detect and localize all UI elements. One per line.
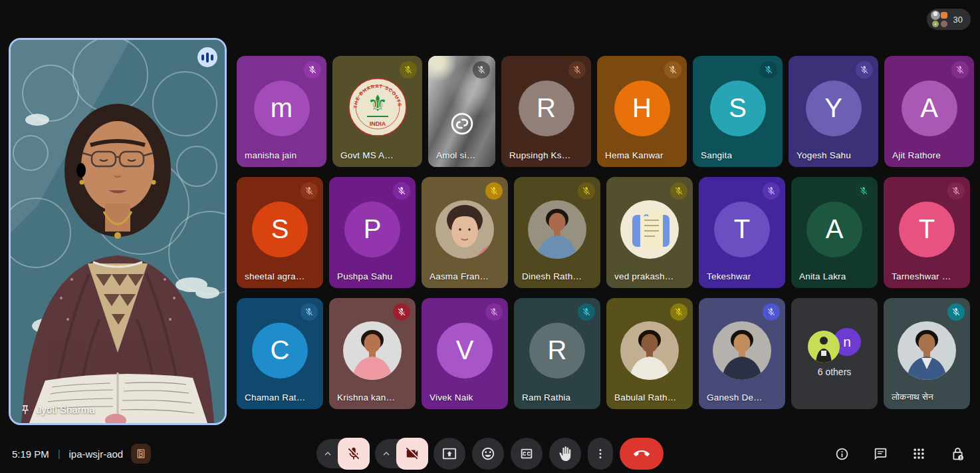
mic-off-badge — [485, 182, 503, 200]
mic-off-icon — [951, 307, 961, 317]
pinned-video-tile[interactable]: Jyoti Sharma — [9, 38, 227, 425]
door-icon[interactable] — [131, 444, 151, 464]
chat-button[interactable] — [868, 442, 892, 466]
avatar: P — [344, 202, 400, 257]
raise-hand-button[interactable] — [549, 438, 581, 470]
mic-off-badge — [763, 182, 780, 200]
raise-hand-icon — [558, 446, 572, 461]
mic-off-badge — [393, 182, 410, 200]
avatar: T — [899, 202, 955, 257]
mic-off-badge — [670, 182, 687, 200]
avatar: H — [614, 80, 670, 136]
avatar-photo — [435, 200, 494, 259]
participant-tile[interactable]: SSangita — [693, 56, 783, 167]
participant-tile[interactable]: Dinesh Rath… — [514, 177, 600, 288]
mic-off-icon — [572, 65, 582, 75]
participant-tile[interactable]: Ssheetal agra… — [237, 177, 323, 288]
mic-off-badge — [670, 303, 687, 321]
mic-off-badge — [947, 303, 965, 321]
mic-off-icon — [955, 65, 965, 75]
avatar — [808, 331, 840, 363]
mic-off-icon — [767, 307, 776, 317]
participant-name: Ajit Rathore — [892, 150, 941, 160]
present-icon — [442, 446, 457, 461]
mic-off-icon — [305, 186, 314, 196]
participant-name: ved prakash… — [614, 271, 674, 281]
end-call-icon — [634, 446, 650, 462]
participant-tile[interactable]: ved prakash… — [606, 177, 693, 288]
participant-tile[interactable]: AAnita Lakra — [791, 177, 878, 288]
participant-name: Tekeshwar — [707, 271, 751, 281]
avatar: Y — [806, 80, 862, 136]
participant-tile[interactable]: Amol si… — [428, 56, 495, 167]
mic-off-badge — [473, 61, 490, 79]
fleur-de-lis-icon: ⚜ — [367, 90, 387, 116]
reactions-button[interactable] — [472, 438, 504, 470]
mic-off-icon — [397, 307, 406, 317]
mic-off-badge — [578, 182, 595, 200]
participant-grid: mmanisha jainTHE BHARAT SCOUTS & GUIDES⚜… — [237, 56, 974, 409]
avatar: m — [254, 80, 310, 136]
participant-tile[interactable]: TTarneshwar … — [884, 177, 970, 288]
participant-name: लोकनाथ सेन — [892, 392, 933, 402]
present-button[interactable] — [433, 438, 465, 470]
participant-name: Sangita — [701, 150, 732, 160]
mic-off-icon — [397, 186, 406, 196]
mic-off-icon — [767, 186, 776, 196]
participant-name: Babulal Rath… — [614, 393, 676, 402]
participant-tile[interactable]: TTekeshwar — [699, 177, 785, 288]
mic-off-icon — [305, 307, 314, 317]
participant-name: Chaman Rat… — [245, 393, 306, 402]
mic-off-badge — [664, 61, 681, 79]
mic-off-badge — [855, 182, 872, 200]
participant-count-pill[interactable]: + 30 — [927, 9, 971, 30]
control-bar: 5:19 PM | ipa-wsjr-aod — [0, 434, 980, 473]
participant-tile[interactable]: THE BHARAT SCOUTS & GUIDES⚜INDIAGovt MS … — [332, 56, 422, 167]
participant-tile[interactable]: Aasma Fran… — [422, 177, 508, 288]
avatar: A — [902, 80, 957, 136]
mic-off-badge — [951, 61, 969, 79]
avatar: A — [806, 202, 862, 257]
audio-level-icon — [197, 47, 217, 67]
captions-icon — [519, 446, 534, 461]
camera-toggle-button[interactable] — [396, 438, 428, 470]
participant-name: Aasma Fran… — [429, 271, 489, 281]
overflow-tile[interactable]: n6 others — [791, 298, 878, 409]
more-options-button[interactable] — [588, 438, 613, 470]
mic-off-badge — [763, 303, 780, 321]
participant-tile[interactable]: AAjit Rathore — [884, 56, 974, 167]
avatar: S — [710, 80, 766, 136]
participant-tile[interactable]: लोकनाथ सेन — [884, 298, 970, 409]
participant-tile[interactable]: RRam Rathia — [514, 298, 600, 409]
avatar: R — [519, 80, 574, 136]
info-button[interactable] — [830, 442, 854, 466]
participant-tile[interactable]: RRupsingh Ks… — [501, 56, 591, 167]
participant-tile[interactable]: YYogesh Sahu — [789, 56, 878, 167]
participant-name: Vivek Naik — [429, 393, 473, 402]
captions-button[interactable] — [511, 438, 543, 470]
participant-tile[interactable]: PPushpa Sahu — [329, 177, 416, 288]
participant-tile[interactable]: Babulal Rath… — [606, 298, 693, 409]
mic-off-icon — [477, 65, 486, 75]
participant-tile[interactable]: CChaman Rat… — [237, 298, 323, 409]
participant-tile[interactable]: HHema Kanwar — [597, 56, 687, 167]
participant-tile[interactable]: Krishna kan… — [329, 298, 416, 409]
avatar-illustration — [620, 200, 679, 259]
participant-name: Tarneshwar … — [892, 271, 951, 281]
participant-name: Pushpa Sahu — [337, 271, 392, 281]
mic-options-chevron-button[interactable] — [318, 439, 338, 468]
camera-options-chevron-button[interactable] — [376, 439, 396, 468]
apps-grid-button[interactable] — [907, 442, 931, 466]
mic-toggle-button[interactable] — [338, 438, 370, 470]
participant-name: Hema Kanwar — [605, 150, 664, 160]
host-controls-button[interactable] — [945, 442, 969, 466]
end-call-button[interactable] — [620, 438, 664, 470]
participant-name: Rupsingh Ks… — [509, 150, 570, 160]
mic-off-badge — [301, 303, 318, 321]
participant-tile[interactable]: VVivek Naik — [422, 298, 508, 409]
grid-row-3: CChaman Rat…Krishna kan…VVivek NaikRRam … — [237, 298, 974, 409]
clock: 5:19 PM — [12, 448, 49, 460]
camera-control-group — [375, 439, 427, 468]
participant-tile[interactable]: Ganesh De… — [699, 298, 785, 409]
participant-tile[interactable]: mmanisha jain — [237, 56, 326, 167]
